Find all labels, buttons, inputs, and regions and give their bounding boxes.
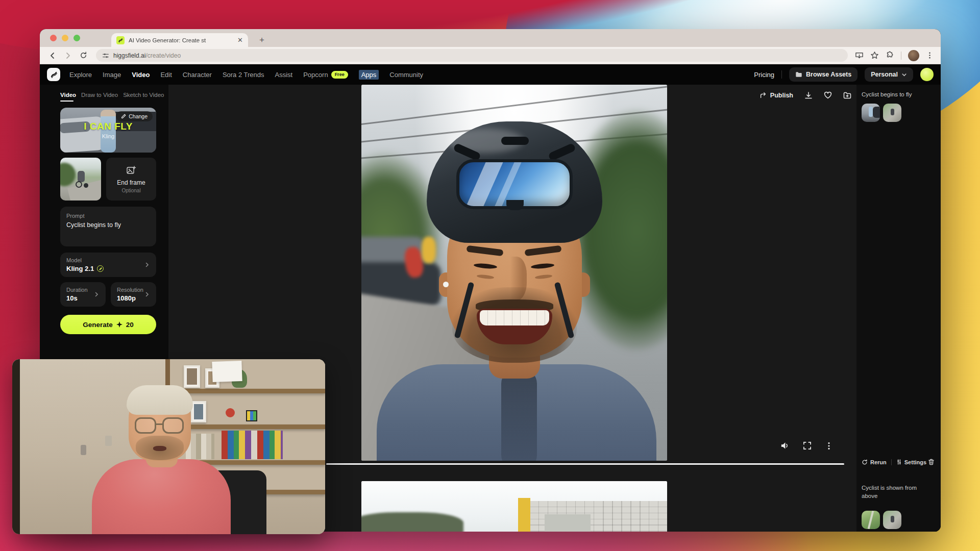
resolution-selector[interactable]: Resolution 1080p (111, 282, 156, 307)
duration-value: 10s (66, 294, 88, 302)
browser-toolbar: higgsfield.ai/create/video (40, 47, 941, 64)
prompt-value: Cyclist begins to fly (66, 221, 150, 229)
prompt-input[interactable]: Prompt Cyclist begins to fly (60, 207, 156, 246)
video-progress-bar[interactable] (326, 463, 844, 465)
generated-video-preview[interactable] (361, 85, 667, 461)
pricing-link[interactable]: Pricing (754, 71, 774, 79)
glasses (133, 417, 187, 435)
url-text: higgsfield.ai/create/video (113, 52, 181, 59)
extensions-icon[interactable] (886, 51, 894, 60)
nav-apps[interactable]: Apps (359, 70, 379, 80)
bookmark-star-icon[interactable] (870, 51, 879, 60)
model-value: Kling 2.1 (66, 265, 94, 272)
generate-button[interactable]: Generate 20 (60, 315, 156, 334)
higgsfield-favicon-icon (116, 36, 125, 44)
browser-tab[interactable]: AI Video Generator: Create st ✕ (111, 33, 248, 47)
history-prompt-next: Cyclist is shown from above (862, 484, 924, 500)
rerun-button[interactable]: Rerun (862, 459, 887, 465)
kling-logo-icon (97, 265, 104, 272)
tab-title: AI Video Generator: Create st (129, 37, 233, 43)
publish-arrow-icon (760, 92, 767, 99)
history-thumb-parking[interactable] (862, 104, 880, 122)
nav-sora-2-trends[interactable]: Sora 2 Trends (223, 71, 264, 79)
tab-close-icon[interactable]: ✕ (237, 37, 243, 43)
user-avatar[interactable] (920, 68, 934, 81)
nav-divider (781, 70, 782, 79)
url-bar[interactable]: higgsfield.ai/create/video (96, 49, 848, 62)
end-frame-optional: Optional (121, 188, 140, 193)
publish-button[interactable]: Publish (760, 92, 793, 99)
free-badge: Free (331, 71, 348, 79)
generate-credits: 20 (126, 321, 134, 329)
settings-button[interactable]: Settings (896, 459, 926, 465)
nav-edit[interactable]: Edit (160, 71, 172, 79)
webcam-overlay (12, 359, 325, 534)
nav-community[interactable]: Community (389, 71, 423, 79)
nav-character[interactable]: Character (183, 71, 212, 79)
save-to-folder-icon[interactable] (843, 91, 851, 99)
install-app-icon[interactable] (855, 51, 864, 60)
more-options-icon[interactable] (825, 442, 833, 450)
nav-items: Explore Image Video Edit Character Sora … (69, 70, 423, 80)
history-thumb-aerial[interactable] (862, 511, 880, 529)
earbud (443, 282, 449, 287)
frames-row: End frame Optional (60, 158, 156, 201)
player-controls (780, 441, 833, 450)
start-frame-thumbnail[interactable] (60, 158, 101, 201)
preset-model-label: Kling (60, 133, 156, 139)
higgsfield-logo-icon[interactable] (47, 68, 60, 81)
video-actions-row: Publish (760, 91, 851, 99)
nav-image[interactable]: Image (103, 71, 121, 79)
tab-video[interactable]: Video (60, 92, 76, 102)
next-video-preview[interactable] (361, 481, 667, 532)
nav-assist[interactable]: Assist (275, 71, 293, 79)
forward-icon[interactable] (62, 50, 74, 61)
history-thumb-cyclist-2[interactable] (883, 511, 901, 529)
tab-sketch-to-video[interactable]: Sketch to Video (123, 92, 164, 98)
nav-video[interactable]: Video (132, 71, 150, 79)
prompt-label: Prompt (66, 213, 150, 219)
generation-actions: Rerun Settings (862, 459, 935, 465)
motion-preset-card[interactable]: I CAN FLY Kling Change (60, 108, 156, 153)
tab-strip: AI Video Generator: Create st ✕ ＋ (40, 29, 941, 47)
history-panel: Cyclist begins to fly Rerun Settings (856, 85, 941, 532)
history-prompt-current: Cyclist begins to fly (862, 91, 934, 99)
tab-draw-to-video[interactable]: Draw to Video (81, 92, 118, 98)
settings-sliders-icon (896, 459, 902, 465)
end-frame-label: End frame (117, 179, 145, 186)
fullscreen-icon[interactable] (803, 441, 812, 450)
duration-selector[interactable]: Duration 10s (60, 282, 106, 307)
site-settings-icon[interactable] (102, 52, 109, 59)
browser-profile-avatar[interactable] (908, 50, 919, 61)
app-navbar: Explore Image Video Edit Character Sora … (40, 64, 941, 85)
browse-assets-button[interactable]: Browse Assets (789, 67, 857, 82)
new-tab-button[interactable]: ＋ (256, 34, 267, 45)
delete-icon[interactable] (928, 459, 935, 465)
maximize-window-button[interactable] (74, 35, 80, 41)
nav-explore[interactable]: Explore (69, 71, 92, 79)
pencil-icon (121, 114, 126, 119)
presenter-torso (92, 459, 231, 534)
image-plus-icon (126, 165, 136, 176)
model-selector[interactable]: Model Kling 2.1 (60, 253, 156, 277)
like-heart-icon[interactable] (824, 91, 832, 99)
back-icon[interactable] (47, 50, 58, 61)
history-thumb-cyclist[interactable] (883, 104, 901, 122)
change-preset-button[interactable]: Change (116, 111, 153, 121)
workspace-selector[interactable]: Personal (865, 67, 913, 82)
close-window-button[interactable] (50, 35, 57, 41)
minimize-window-button[interactable] (62, 35, 68, 41)
reload-icon[interactable] (78, 50, 89, 61)
history-thumbnails-next (862, 511, 901, 529)
duration-resolution-row: Duration 10s Resolution 1080p (60, 282, 156, 307)
nav-popcorn[interactable]: PopcornFree (303, 71, 348, 79)
browser-menu-icon[interactable] (926, 52, 934, 59)
history-thumbnails-current (862, 104, 934, 122)
end-frame-upload[interactable]: End frame Optional (106, 158, 156, 201)
volume-icon[interactable] (780, 441, 790, 450)
app-navbar-right: Pricing Browse Assets Personal (754, 67, 934, 82)
toolbar-divider (901, 52, 901, 60)
toolbar-right-icons (855, 50, 934, 61)
download-icon[interactable] (804, 91, 813, 99)
chevron-down-icon (901, 72, 907, 78)
